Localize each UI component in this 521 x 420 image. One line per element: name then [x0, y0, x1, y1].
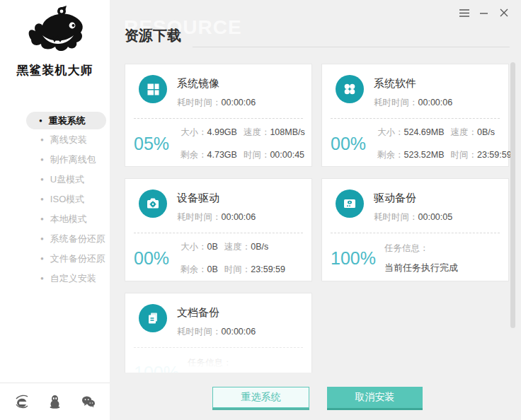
qq-icon[interactable]	[48, 395, 62, 409]
stat-size: 大小：0B	[181, 241, 218, 253]
download-stats: 大小：4.99GB 速度：108MB/s 剩余：4.73GB 时间：00:00:…	[181, 127, 305, 161]
sidebar-item-label: 系统备份还原	[50, 233, 105, 245]
card-system-software: 系统软件 耗时时间：00:00:06 00% 大小：524.69MB 速度：0B…	[321, 64, 509, 167]
elapsed-time: 耗时时间：00:00:06	[177, 97, 256, 109]
reselect-system-button[interactable]: 重选系统	[212, 387, 309, 408]
task-info-value: 当前任务执行完成	[384, 262, 458, 274]
task-info-label: 任务信息：	[384, 243, 458, 255]
stat-remaining: 剩余：523.52MB	[377, 149, 444, 161]
elapsed-time: 耗时时间：00:00:06	[177, 211, 256, 223]
scrollbar[interactable]	[510, 62, 515, 328]
sidebar-menu: 装机首页 一键装机 ● 重装系统 ● 离线安装 ● 制作离线包	[0, 111, 110, 288]
elapsed-time: 耗时时间：00:00:05	[374, 211, 452, 223]
sidebar-item-label: 文件备份还原	[50, 252, 105, 265]
sidebar-item-make-offline-pack[interactable]: ● 制作离线包	[0, 150, 110, 170]
card-document-backup: 文档备份 耗时时间：00:00:06 100% 任务信息： 当前任务执行完成	[125, 293, 312, 373]
sidebar-item-label: 离线安装	[50, 134, 87, 146]
progress-percent: 00%	[134, 248, 173, 269]
progress-percent: 100%	[331, 248, 376, 269]
divider	[134, 347, 303, 348]
task-info-label: 任务信息：	[188, 357, 261, 369]
drive-backup-icon	[336, 189, 364, 218]
divider	[331, 233, 500, 233]
bullet-icon: ●	[40, 256, 44, 262]
card-title: 系统软件	[374, 77, 452, 91]
title-underline	[193, 47, 510, 47]
stat-remaining: 剩余：4.73GB	[181, 149, 237, 161]
bullet-icon: ●	[39, 118, 42, 124]
shark-logo-icon	[21, 48, 89, 60]
stat-speed: 速度：0B/s	[450, 127, 511, 139]
sidebar-item-label: 重装系统	[49, 115, 86, 127]
task-info: 任务信息： 当前任务执行完成	[384, 243, 458, 274]
sidebar-item-label: 本地模式	[50, 213, 87, 226]
progress-percent: 00%	[331, 134, 370, 154]
sidebar-item-label: 制作离线包	[50, 153, 96, 166]
window-controls	[459, 8, 509, 18]
bullet-icon: ●	[40, 177, 44, 182]
close-icon[interactable]	[499, 8, 509, 18]
sidebar-item-local-mode[interactable]: ● 本地模式	[0, 209, 110, 229]
stat-time: 时间：23:59:59	[224, 264, 285, 276]
progress-percent: 100%	[134, 363, 179, 373]
card-title: 系统镜像	[177, 77, 256, 91]
sidebar-item-iso-mode[interactable]: ● ISO模式	[0, 189, 110, 209]
stat-size: 大小：524.69MB	[377, 127, 444, 139]
stat-time: 时间：00:00:45	[244, 149, 305, 161]
divider	[134, 118, 303, 119]
sidebar-item-file-backup-restore[interactable]: ● 文件备份还原	[0, 249, 110, 269]
card-title: 设备驱动	[177, 192, 256, 205]
stat-remaining: 剩余：0B	[181, 264, 218, 276]
bullet-icon: ●	[40, 236, 44, 242]
windows-grid-icon	[139, 75, 167, 103]
bullet-icon: ●	[40, 276, 44, 281]
elapsed-time: 耗时时间：00:00:06	[374, 97, 452, 109]
divider	[134, 233, 303, 233]
sidebar-item-reinstall-system[interactable]: ● 重装系统	[26, 112, 106, 129]
document-backup-icon	[139, 304, 167, 332]
progress-percent: 05%	[134, 134, 173, 154]
sidebar: 黑鲨装机大师 装机首页 一键装机 ● 重装系统 ● 离线安装	[0, 0, 110, 420]
app-window: 黑鲨装机大师 装机首页 一键装机 ● 重装系统 ● 离线安装	[0, 0, 521, 420]
app-name: 黑鲨装机大师	[0, 62, 110, 78]
stat-speed: 速度：108MB/s	[244, 127, 305, 139]
download-stats: 大小：524.69MB 速度：0B/s 剩余：523.52MB 时间：23:59…	[377, 127, 512, 161]
wechat-icon[interactable]	[81, 395, 96, 409]
stat-size: 大小：4.99GB	[181, 127, 237, 139]
sidebar-item-system-backup-restore[interactable]: ● 系统备份还原	[0, 229, 110, 249]
logo: 黑鲨装机大师	[0, 4, 110, 78]
bullet-icon: ●	[40, 137, 44, 143]
sidebar-item-custom-install[interactable]: ● 自定义安装	[0, 269, 110, 288]
card-device-driver: 设备驱动 耗时时间：00:00:06 00% 大小：0B 速度：0B/s 剩余：…	[125, 178, 312, 281]
divider	[331, 118, 500, 119]
ie-browser-icon[interactable]	[15, 395, 29, 409]
menu-icon[interactable]	[459, 8, 469, 18]
device-driver-icon	[139, 189, 167, 218]
bullet-icon: ●	[40, 197, 44, 202]
sidebar-item-usb-mode[interactable]: ● U盘模式	[0, 170, 110, 189]
download-stats: 大小：0B 速度：0B/s 剩余：0B 时间：23:59:59	[181, 241, 285, 276]
sidebar-item-label: ISO模式	[50, 193, 84, 206]
bullet-icon: ●	[40, 216, 44, 222]
card-title: 驱动备份	[374, 192, 452, 205]
card-title: 文档备份	[177, 306, 256, 320]
bullet-icon: ●	[40, 157, 44, 163]
page-title: 资源下载	[125, 26, 181, 45]
sidebar-item-offline-install[interactable]: ● 离线安装	[0, 130, 110, 150]
task-info: 任务信息： 当前任务执行完成	[188, 357, 261, 373]
sidebar-item-label: 自定义安装	[50, 272, 96, 285]
stat-speed: 速度：0B/s	[224, 241, 285, 253]
card-driver-backup: 驱动备份 耗时时间：00:00:05 100% 任务信息： 当前任务执行完成	[321, 178, 509, 281]
elapsed-time: 耗时时间：00:00:06	[177, 326, 256, 338]
app-petals-icon	[336, 75, 364, 103]
stat-time: 时间：23:59:59	[450, 149, 511, 161]
sidebar-footer	[0, 383, 110, 420]
card-system-image: 系统镜像 耗时时间：00:00:06 05% 大小：4.99GB 速度：108M…	[125, 64, 312, 167]
download-cards-area: 系统镜像 耗时时间：00:00:06 05% 大小：4.99GB 速度：108M…	[110, 62, 521, 373]
sidebar-item-label: U盘模式	[50, 173, 84, 186]
main-panel: RESOURCE 资源下载 系统镜像 耗时时间：00:00:06 05%	[110, 0, 521, 420]
cancel-install-button[interactable]: 取消安装	[327, 387, 423, 408]
minimize-icon[interactable]	[479, 8, 489, 18]
